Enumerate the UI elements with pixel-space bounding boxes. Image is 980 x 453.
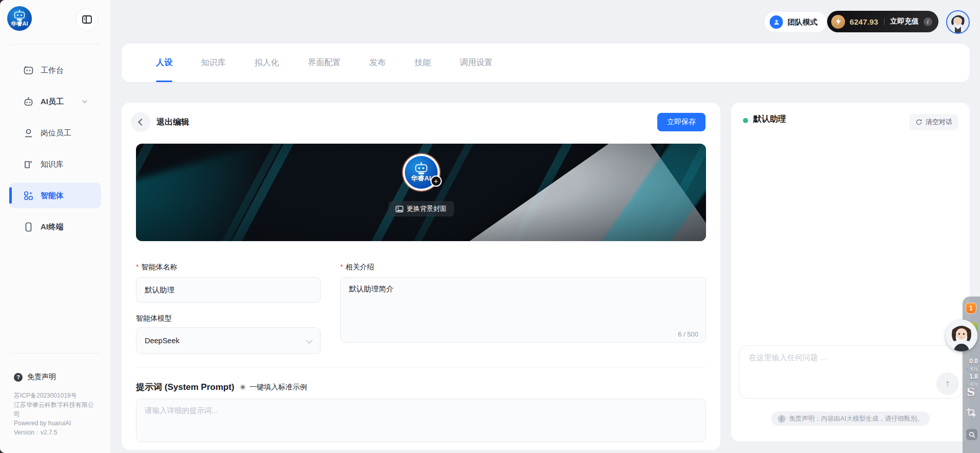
chat-message-input[interactable]	[740, 347, 935, 367]
sidebar-item-label: 岗位员工	[41, 128, 71, 138]
sidebar: 华睿AI 工作台 AI员工	[0, 0, 110, 453]
chat-preview-card: 默认助理 清空对话 免责声明：内容由AI大模型生成，请仔细甄别。	[731, 103, 970, 441]
agent-name-label: 智能体名称	[136, 263, 177, 272]
sidebar-item-post-staff[interactable]: 岗位员工	[0, 120, 110, 146]
input-method-icon[interactable]: S	[967, 385, 975, 399]
model-select[interactable]: DeepSeek	[136, 327, 321, 354]
agent-config-tabs-card: 人设 知识库 拟人化 界面配置 发布 技能 调用设置	[122, 44, 970, 82]
tab-interface[interactable]: 界面配置	[308, 44, 341, 82]
sidebar-item-ai-staff[interactable]: AI员工	[0, 89, 110, 114]
system-prompt-header: 提示词 (System Prompt) 一键填入标准示例	[136, 381, 307, 393]
screenshot-crop-icon[interactable]	[966, 407, 976, 420]
tab-label: 调用设置	[460, 57, 493, 68]
tab-personify[interactable]: 拟人化	[254, 44, 279, 82]
tab-skills[interactable]: 技能	[415, 44, 431, 82]
assistant-avatar-image	[946, 320, 977, 351]
agent-icon	[23, 190, 33, 201]
icp-text: 苏ICP备2023001019号	[14, 391, 97, 400]
agent-name-input[interactable]	[136, 278, 320, 302]
clear-chat-button[interactable]: 清空对话	[909, 114, 958, 130]
sidebar-footer-divider	[10, 353, 100, 353]
company-text: 江苏华睿云科数字科技有限公司	[14, 400, 97, 419]
ai-staff-icon	[23, 96, 33, 107]
sidebar-item-label: AI终端	[41, 222, 64, 232]
upload-arrow-icon	[966, 366, 968, 372]
user-mode-icon	[770, 15, 783, 29]
clear-chat-label: 清空对话	[926, 117, 952, 127]
chat-input-box	[739, 345, 962, 399]
upload-avatar-plus-icon[interactable]	[430, 175, 442, 187]
team-mode-button[interactable]: 团队模式	[765, 12, 827, 32]
post-staff-icon	[23, 128, 33, 138]
agent-avatar[interactable]: 华睿AI	[403, 154, 440, 191]
ai-terminal-icon	[23, 222, 33, 232]
sidebar-item-workbench[interactable]: 工作台	[0, 57, 110, 83]
security-badge[interactable]: 1	[966, 303, 976, 314]
chevron-down-icon	[306, 337, 313, 343]
knowledge-base-icon	[23, 159, 33, 169]
disclaimer-label: 免责声明	[27, 372, 56, 382]
energy-coin-icon	[831, 15, 845, 29]
ai-disclaimer-pill: 免责声明：内容由AI大模型生成，请仔细甄别。	[771, 411, 930, 426]
agent-intro-label: 相关介绍	[340, 263, 374, 272]
desktop-widget-strip: 1 0.0 K/s 1.8 K/s S	[963, 297, 980, 453]
assistant-avatar[interactable]	[946, 320, 977, 351]
balance-recharge-button[interactable]: 6247.93 立即充值	[827, 11, 938, 32]
save-button[interactable]: 立即保存	[657, 113, 705, 131]
fill-example-link[interactable]: 一键填入标准示例	[249, 383, 307, 392]
chevron-left-icon	[138, 119, 145, 126]
sidebar-item-label: 智能体	[41, 191, 64, 201]
tab-publish[interactable]: 发布	[369, 44, 386, 82]
exit-edit-label: 退出编辑	[156, 117, 189, 128]
change-cover-button[interactable]: 更换背景封面	[388, 201, 454, 216]
pill-divider	[884, 18, 885, 25]
sidebar-item-label: 知识库	[41, 160, 64, 169]
sidebar-nav: 工作台 AI员工 岗位员工 知识库	[0, 57, 110, 245]
sidebar-collapse-button[interactable]	[75, 8, 98, 31]
workbench-icon	[23, 65, 33, 75]
sidebar-item-agent[interactable]: 智能体	[9, 183, 101, 208]
tab-knowledge[interactable]: 知识库	[201, 44, 226, 82]
user-avatar[interactable]	[946, 10, 970, 34]
tab-api-settings[interactable]: 调用设置	[460, 44, 493, 82]
tab-label: 知识库	[201, 57, 226, 68]
agent-editor-card: 退出编辑 立即保存 华睿AI	[122, 103, 720, 450]
sidebar-item-knowledge[interactable]: 知识库	[0, 151, 110, 177]
back-button[interactable]	[131, 112, 150, 132]
tab-persona[interactable]: 人设	[156, 44, 172, 82]
sidebar-item-ai-terminal[interactable]: AI终端	[0, 214, 110, 240]
system-prompt-field	[136, 399, 706, 442]
info-icon	[924, 17, 932, 26]
tab-label: 技能	[415, 57, 431, 68]
disclaimer-link[interactable]: 免责声明	[14, 372, 56, 382]
app-window: 华睿AI 工作台 AI员工	[0, 0, 980, 453]
search-tool-icon[interactable]	[966, 429, 977, 440]
agent-name-field	[136, 277, 321, 303]
send-button[interactable]	[936, 372, 959, 395]
online-status-dot	[743, 118, 748, 123]
team-mode-label: 团队模式	[788, 17, 817, 27]
logo-text: 华睿AI	[11, 20, 28, 28]
tab-label: 人设	[156, 57, 172, 68]
agent-intro-textarea[interactable]: 默认助理简介	[341, 278, 705, 342]
powered-by-text: Powered by huaruiAI	[14, 419, 97, 428]
system-prompt-textarea[interactable]	[136, 399, 705, 442]
recharge-label: 立即充值	[890, 17, 919, 26]
version-text: Version：v2.7.5	[14, 428, 97, 437]
section-divider	[136, 367, 706, 367]
sidebar-item-label: AI员工	[41, 97, 64, 107]
system-prompt-title: 提示词 (System Prompt)	[136, 381, 234, 393]
robot-logo-icon	[414, 162, 429, 175]
sparkle-icon	[240, 383, 246, 392]
agent-avatar-text: 华睿AI	[411, 174, 431, 183]
network-speed-widget: 0.0 K/s 1.8 K/s	[966, 357, 978, 388]
ai-disclaimer-text: 免责声明：内容由AI大模型生成，请仔细甄别。	[789, 415, 924, 423]
chat-agent-title: 默认助理	[753, 114, 786, 125]
user-photo	[947, 11, 969, 33]
agent-cover-banner: 华睿AI 更换背景封面	[136, 144, 706, 241]
app-logo: 华睿AI	[7, 6, 32, 31]
refresh-icon	[915, 119, 923, 126]
info-icon	[778, 415, 786, 423]
tab-label: 拟人化	[254, 57, 279, 68]
agent-intro-field: 默认助理简介 6 / 500	[340, 277, 706, 343]
